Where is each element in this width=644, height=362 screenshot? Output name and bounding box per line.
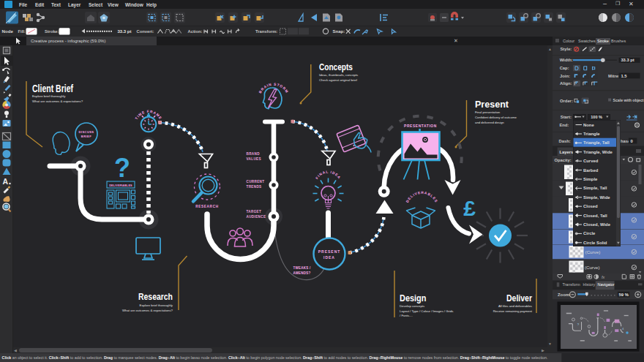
svg-text:Action:: Action: — [188, 29, 203, 34]
svg-text:Layers: Layers — [560, 150, 574, 154]
svg-text:Simple: Simple — [583, 177, 598, 181]
svg-text:History: History — [583, 282, 596, 287]
svg-text:BRIEF: BRIEF — [81, 135, 91, 138]
svg-text:DISCUSS: DISCUSS — [79, 130, 94, 134]
svg-text:Snap:: Snap: — [333, 29, 345, 34]
svg-text:Explore brief thoroughly: Explore brief thoroughly — [32, 94, 66, 98]
svg-text:AMENDS?: AMENDS? — [293, 271, 311, 275]
svg-text:BRAND: BRAND — [247, 152, 261, 156]
svg-text:Mitre:: Mitre: — [608, 74, 620, 78]
svg-text:Stroke:: Stroke: — [45, 29, 59, 34]
svg-text:Order:: Order: — [560, 99, 573, 103]
svg-text:Barbed: Barbed — [583, 167, 599, 172]
svg-text:Triangle, Tall: Triangle, Tall — [583, 140, 610, 145]
svg-text:Join:: Join: — [560, 74, 570, 78]
svg-text:59 %: 59 % — [619, 293, 629, 297]
svg-text:100 %: 100 % — [591, 115, 602, 119]
svg-text:(Curve): (Curve) — [585, 265, 600, 270]
svg-text:What are outcomes & expectatio: What are outcomes & expectations? — [122, 309, 173, 312]
svg-text:Closed, Tall: Closed, Tall — [583, 213, 607, 217]
svg-text:TWEAKS /: TWEAKS / — [293, 266, 311, 270]
svg-text:Opacity:: Opacity: — [555, 158, 572, 162]
svg-text:1.5: 1.5 — [621, 74, 627, 78]
svg-text:Style:: Style: — [561, 47, 572, 51]
svg-text:Dash:: Dash: — [559, 139, 571, 143]
svg-text:CURRENT: CURRENT — [247, 180, 265, 184]
svg-text:and delivered design: and delivered design — [475, 121, 504, 124]
svg-text:Check against original brief: Check against original brief — [319, 78, 358, 82]
svg-text:Receive remaining payment: Receive remaining payment — [493, 309, 533, 313]
svg-text:IDEA: IDEA — [323, 255, 335, 260]
svg-text:Deliver: Deliver — [506, 293, 532, 303]
svg-text:Transform: Transform — [562, 282, 580, 287]
svg-text:Fill:: Fill: — [18, 29, 26, 34]
svg-text:Simple, Wide: Simple, Wide — [583, 195, 610, 200]
svg-text:Start:: Start: — [561, 115, 572, 119]
svg-text:Present: Present — [475, 99, 509, 110]
svg-text:£: £ — [622, 328, 624, 331]
svg-text:VALUES: VALUES — [247, 157, 261, 161]
svg-text:All files and deliverables: All files and deliverables — [498, 304, 532, 308]
svg-text:Node: Node — [2, 29, 14, 34]
svg-text:Curved: Curved — [583, 159, 599, 163]
svg-text:Explore brief thoroughly: Explore brief thoroughly — [140, 303, 173, 307]
svg-text:Navigator: Navigator — [598, 282, 615, 287]
svg-text:TARGET: TARGET — [247, 210, 262, 214]
svg-text:Zoom:: Zoom: — [558, 293, 571, 297]
svg-text:Ideas, thumbnails, concepts: Ideas, thumbnails, concepts — [319, 73, 358, 77]
svg-text:Confident delivery of outcome: Confident delivery of outcome — [475, 116, 517, 119]
svg-text:PRESENTATION: PRESENTATION — [404, 124, 437, 128]
svg-text:(Curve): (Curve) — [585, 249, 601, 254]
svg-text:TRENDS: TRENDS — [247, 185, 262, 189]
svg-text:Scale with object: Scale with object — [613, 98, 644, 102]
svg-text:fx: fx — [602, 275, 604, 279]
svg-text:£: £ — [463, 196, 476, 220]
svg-text:Convert:: Convert: — [137, 29, 154, 34]
svg-text:Transform:: Transform: — [255, 29, 277, 34]
svg-text:Simple, Tall: Simple, Tall — [583, 186, 607, 190]
svg-text:Cap:: Cap: — [560, 66, 569, 70]
svg-text:RESEARCH: RESEARCH — [195, 205, 218, 208]
svg-text:Circle: Circle — [583, 231, 596, 235]
svg-text:Align:: Align: — [560, 81, 572, 86]
svg-text:End:: End: — [559, 123, 569, 127]
svg-text:33.3 pt: 33.3 pt — [621, 58, 634, 62]
svg-text:Circle Solid: Circle Solid — [583, 241, 607, 245]
svg-text:Layout / Type / Colour / Image: Layout / Type / Colour / Images / Grids — [400, 309, 453, 313]
svg-text:DELIVERABLES: DELIVERABLES — [405, 191, 438, 203]
svg-text:Concepts: Concepts — [319, 62, 353, 72]
svg-text:33.3 pt: 33.3 pt — [118, 29, 132, 34]
svg-text:?: ? — [114, 153, 130, 183]
svg-text:Client Brief: Client Brief — [32, 83, 73, 94]
svg-text:AUDIENCE: AUDIENCE — [247, 215, 266, 219]
svg-text:/ Fonts....: / Fonts.... — [400, 314, 413, 317]
svg-text:Closed, Wide: Closed, Wide — [583, 222, 611, 227]
svg-text:Triangle: Triangle — [583, 132, 600, 136]
svg-text:Closed: Closed — [583, 204, 598, 208]
svg-text:0: 0 — [631, 139, 633, 143]
svg-text:A: A — [3, 177, 9, 186]
svg-text:Develop concepts: Develop concepts — [400, 304, 424, 308]
svg-text:None: None — [583, 122, 594, 127]
svg-text:PRESENT: PRESENT — [318, 249, 341, 254]
svg-text:Triangle, Wide: Triangle, Wide — [583, 150, 613, 154]
svg-text:Design: Design — [400, 293, 427, 303]
svg-text:Final presentation: Final presentation — [475, 110, 501, 114]
svg-text:Width:: Width: — [560, 58, 573, 62]
svg-text:DELIVERABLES: DELIVERABLES — [109, 184, 132, 187]
svg-text:Research: Research — [138, 291, 173, 302]
svg-text:What are outcomes & expectatio: What are outcomes & expectations? — [32, 99, 83, 103]
